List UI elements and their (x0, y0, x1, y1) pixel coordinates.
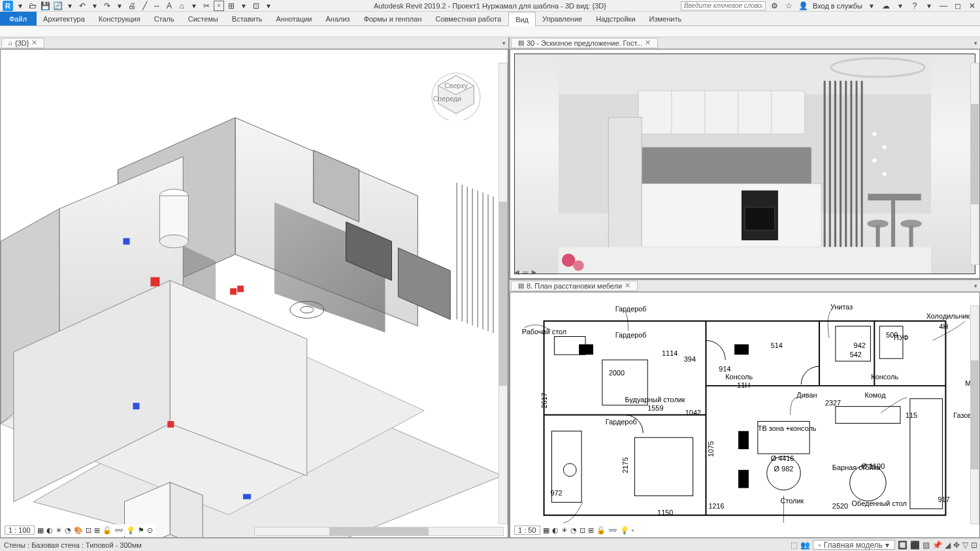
reveal-hidden-icon[interactable]: 💡 (620, 526, 629, 535)
viewcube[interactable]: Сверху Спереди (431, 69, 482, 120)
select-pinned-icon[interactable]: 📌 (932, 541, 942, 550)
sun-path-icon[interactable]: ☀ (561, 526, 568, 535)
tab-steel[interactable]: Сталь (148, 12, 182, 25)
dropdown-icon[interactable]: ▾ (895, 1, 906, 11)
active-workset[interactable]: ▫ Главная модель ▾ (813, 540, 895, 550)
viewport-render[interactable]: ◄ ═ ► (510, 49, 980, 279)
tab-systems[interactable]: Системы (182, 12, 225, 25)
background-icon[interactable]: ⊡ (971, 541, 977, 550)
tab-architecture[interactable]: Архитектура (37, 12, 92, 25)
tab-annotate[interactable]: Аннотации (270, 12, 319, 25)
temporary-hide-icon[interactable]: 👓 (114, 526, 123, 535)
dropdown-icon[interactable]: ▾ (65, 1, 75, 11)
detail-level-icon[interactable]: ▦ (37, 526, 44, 535)
restore-icon[interactable]: ◻ (953, 1, 963, 11)
sun-path-icon[interactable]: ☀ (56, 526, 62, 535)
favorite-icon[interactable]: ☆ (784, 1, 794, 11)
scale-display[interactable]: 1 : 50 (514, 526, 540, 535)
viewport-3d[interactable]: Сверху Спереди 1 : 100 ▦ ◐ ☀ ◔ 🎨 ⊡ ⊞ 🔓 👓 (0, 49, 508, 538)
temporary-hide-icon[interactable]: 👓 (608, 526, 617, 535)
align-icon[interactable]: ↔ (152, 1, 162, 11)
communicate-icon[interactable]: ☁ (881, 1, 891, 11)
selection-icon[interactable]: ⬚ (791, 541, 798, 550)
scrollbar-vertical[interactable] (970, 306, 979, 524)
dropdown-icon[interactable]: ▾ (263, 1, 274, 11)
open-icon[interactable]: 🗁 (27, 1, 38, 11)
thin-lines-icon[interactable]: ≡ (214, 1, 224, 11)
view-tab-sketch[interactable]: ▤ 30 - Эскизное предложение. Гост... ✕ (511, 38, 658, 48)
filter-icon[interactable]: ▽ (962, 541, 968, 550)
tab-modify[interactable]: Изменить (643, 12, 689, 25)
dropdown-icon[interactable]: ▾ (90, 1, 100, 11)
crop-view-icon[interactable]: ⊡ (580, 526, 585, 535)
dropdown-icon[interactable]: ▾ (15, 1, 25, 11)
viewport-floorplan[interactable]: Рабочий стол Гардероб Гардероб Гардероб … (510, 292, 980, 538)
scroll-icon[interactable]: ═ (523, 268, 529, 277)
3d-isometric-model[interactable] (1, 50, 508, 537)
tab-collaborate[interactable]: Совместная работа (429, 12, 508, 25)
prev-page-icon[interactable]: ◄ (513, 268, 521, 277)
search-input[interactable] (681, 1, 766, 10)
sync-icon[interactable]: 🔄 (52, 1, 63, 11)
reveal-hidden-icon[interactable]: 💡 (126, 526, 135, 535)
shadows-icon[interactable]: ◔ (65, 526, 71, 535)
section-icon[interactable]: ✂ (201, 1, 212, 11)
login-label[interactable]: Вход в службы (813, 2, 862, 10)
visual-style-icon[interactable]: ◐ (46, 526, 53, 535)
measure-icon[interactable]: ╱ (139, 1, 150, 11)
tabstrip-menu-icon[interactable]: ▾ (974, 283, 977, 289)
tab-structure[interactable]: Конструкция (92, 12, 148, 25)
tab-manage[interactable]: Управление (536, 12, 589, 25)
worksharing-icon[interactable]: ⚑ (138, 526, 144, 535)
constraints-icon[interactable]: ⊙ (147, 526, 153, 535)
tab-view[interactable]: Вид (508, 12, 536, 26)
undo-icon[interactable]: ↶ (77, 1, 88, 11)
close-tab-icon[interactable]: ✕ (625, 281, 630, 290)
text-icon[interactable]: A (164, 1, 174, 11)
dropdown-icon[interactable]: ▾ (114, 1, 125, 11)
tabstrip-menu-icon[interactable]: ▾ (974, 40, 977, 46)
worksets-icon[interactable]: 👥 (800, 541, 810, 550)
visual-style-icon[interactable]: ◐ (552, 526, 559, 535)
dropdown-icon[interactable]: ▾ (866, 1, 877, 11)
help-icon[interactable]: ? (909, 1, 920, 11)
select-links-icon[interactable]: ⬛ (910, 541, 920, 550)
revit-logo-icon[interactable]: R (3, 1, 13, 11)
shadows-icon[interactable]: ◔ (570, 526, 577, 535)
page-icon[interactable]: ▫ (632, 526, 634, 534)
rendering-icon[interactable]: 🎨 (74, 526, 83, 535)
default3d-icon[interactable]: ⌂ (176, 1, 187, 11)
tab-massing[interactable]: Формы и генплан (357, 12, 429, 25)
dropdown-icon[interactable]: ▾ (238, 1, 249, 11)
subscription-icon[interactable]: ⚙ (770, 1, 780, 11)
save-icon[interactable]: 💾 (40, 1, 50, 11)
crop-region-icon[interactable]: ⊞ (94, 526, 100, 535)
unlock-icon[interactable]: 🔓 (596, 526, 606, 535)
scale-display[interactable]: 1 : 100 (5, 526, 35, 535)
view-tab-floorplan[interactable]: ▤ 8. План расстановки мебели ✕ (511, 281, 638, 291)
switch-windows-icon[interactable]: ⊡ (251, 1, 261, 11)
scrollbar-vertical[interactable] (498, 63, 508, 524)
detail-level-icon[interactable]: ▦ (543, 526, 549, 535)
tab-file[interactable]: Файл (0, 12, 37, 25)
minimize-icon[interactable]: — (938, 1, 949, 11)
editable-only-icon[interactable]: 🔲 (898, 541, 907, 550)
close-icon[interactable]: ✕ (967, 1, 977, 11)
user-icon[interactable]: 👤 (798, 1, 809, 11)
print-icon[interactable]: 🖨 (127, 1, 137, 11)
tab-analyze[interactable]: Анализ (319, 12, 357, 25)
tabstrip-menu-icon[interactable]: ▾ (502, 40, 506, 46)
select-face-icon[interactable]: ◢ (945, 541, 951, 550)
close-tab-icon[interactable]: ✕ (645, 39, 651, 47)
view-tab-3d[interactable]: ⌂ {3D} ✕ (1, 38, 44, 48)
crop-region-icon[interactable]: ⊞ (588, 526, 594, 535)
dropdown-icon[interactable]: ▾ (924, 1, 934, 11)
close-tab-icon[interactable]: ✕ (31, 39, 37, 47)
redo-icon[interactable]: ↷ (102, 1, 112, 11)
tab-insert[interactable]: Вставить (225, 12, 270, 25)
next-page-icon[interactable]: ► (530, 268, 538, 277)
close-hidden-icon[interactable]: ⊞ (226, 1, 237, 11)
crop-view-icon[interactable]: ⊡ (86, 526, 91, 535)
dropdown-icon[interactable]: ▾ (189, 1, 199, 11)
drag-elements-icon[interactable]: ✥ (953, 541, 960, 550)
